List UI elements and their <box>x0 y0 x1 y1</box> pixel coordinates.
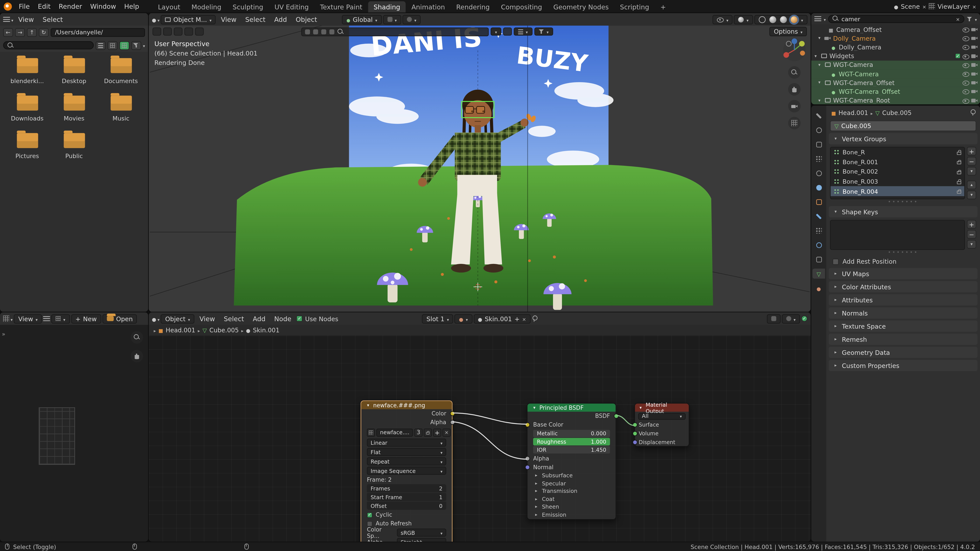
add-shape-key-button[interactable] <box>967 220 976 229</box>
editor-type-caret-icon[interactable] <box>158 314 159 323</box>
folder-item[interactable]: Desktop <box>51 58 97 84</box>
tool-move-button[interactable] <box>174 27 183 36</box>
panel-sheen[interactable]: ▸Sheen <box>527 503 616 511</box>
shape-key-specials-button[interactable] <box>967 240 976 249</box>
shading-caret-icon[interactable] <box>801 16 803 23</box>
unlink-material-icon[interactable] <box>522 315 526 322</box>
socket-surface-input[interactable] <box>632 422 637 427</box>
editor-type-icon[interactable] <box>3 17 10 22</box>
shading-solid-button[interactable] <box>769 16 776 23</box>
lock-icon[interactable] <box>957 171 961 174</box>
disable-render-icon[interactable] <box>971 44 978 50</box>
vertex-group-item[interactable]: Bone_R.003 <box>830 177 964 186</box>
shader-select-menu[interactable]: Select <box>220 315 248 322</box>
display-thumb-button[interactable] <box>107 41 118 50</box>
lock-icon[interactable] <box>957 181 961 184</box>
hide-icon[interactable] <box>963 26 969 33</box>
shading-material-button[interactable] <box>780 16 787 23</box>
file-browser-select-menu[interactable]: Select <box>39 16 67 23</box>
socket-normal-input[interactable] <box>525 465 530 470</box>
fake-user-button[interactable] <box>424 428 432 437</box>
properties-tab-physics[interactable] <box>813 240 825 250</box>
shader-view-menu[interactable]: View <box>196 315 219 322</box>
hide-icon[interactable] <box>963 35 969 41</box>
add-workspace-button[interactable]: + <box>655 1 671 13</box>
start-frame-field[interactable]: Start Frame1 <box>367 493 446 501</box>
node-principled-bsdf[interactable]: ▾Principled BSDF BSDF Base Color Metalli… <box>527 403 616 520</box>
properties-tab-object-data[interactable] <box>813 269 825 279</box>
folder-item[interactable]: Movies <box>51 95 97 122</box>
auto-refresh-checkbox[interactable] <box>367 521 372 526</box>
file-browser-view-menu[interactable]: View <box>14 16 37 23</box>
folder-item[interactable]: Downloads <box>4 95 51 122</box>
outliner-row[interactable]: Dolly_Camera <box>811 43 980 52</box>
hide-icon[interactable] <box>963 53 969 59</box>
section-color-attributes[interactable]: ▸Color Attributes <box>829 281 978 292</box>
fake-user-icon[interactable] <box>514 315 520 322</box>
filter-caret-icon[interactable] <box>975 15 977 23</box>
menu-file[interactable]: File <box>15 2 34 10</box>
section-geometry-data[interactable]: ▸Geometry Data <box>829 347 978 358</box>
section-normals[interactable]: ▸Normals <box>829 307 978 319</box>
breadcrumb-data[interactable]: Cube.005 <box>882 109 912 116</box>
output-target-dropdown[interactable]: All <box>638 413 686 419</box>
outliner-row[interactable]: ▾WGT-Camera_Root <box>811 96 980 105</box>
disable-render-icon[interactable] <box>971 80 978 86</box>
editor-type-caret-icon[interactable] <box>158 15 159 24</box>
tab-scripting[interactable]: Scripting <box>614 1 655 13</box>
ior-slider[interactable]: IOR1.450 <box>533 446 610 454</box>
image-editor-view-menu[interactable]: View <box>14 314 42 323</box>
tab-texture-paint[interactable]: Texture Paint <box>314 1 368 13</box>
hide-icon[interactable] <box>963 97 969 104</box>
offset-field[interactable]: Offset0 <box>367 502 446 510</box>
node-material-output[interactable]: ▾Material Output All Surface Volume Disp… <box>634 403 689 447</box>
tab-geometry-nodes[interactable]: Geometry Nodes <box>548 1 614 13</box>
source-dropdown[interactable]: Image Sequence <box>367 467 446 475</box>
collapse-breadcrumb-icon[interactable] <box>154 327 156 333</box>
viewport-view-menu[interactable]: View <box>217 16 240 23</box>
properties-tab-modifiers[interactable] <box>813 211 825 221</box>
orientation-gizmo[interactable] <box>783 38 806 62</box>
properties-tab-world[interactable] <box>813 183 825 192</box>
metallic-slider[interactable]: Metallic0.000 <box>533 430 610 437</box>
image-users-button[interactable]: 3 <box>414 428 422 437</box>
parent-dir-button[interactable]: ↑ <box>27 28 37 37</box>
folder-item[interactable]: Music <box>97 95 144 122</box>
tab-shading[interactable]: Shading <box>368 1 406 13</box>
hide-icon[interactable] <box>963 79 969 86</box>
viewlayer-name[interactable]: ViewLayer <box>937 3 970 10</box>
extension-dropdown[interactable]: Repeat <box>367 457 446 465</box>
outliner-search-input[interactable]: camer <box>828 15 964 23</box>
outliner-row[interactable]: ▾Dolly_Camera <box>811 34 980 43</box>
socket-volume-input[interactable] <box>632 431 637 436</box>
crumb-material[interactable]: Skin.001 <box>253 327 280 333</box>
display-mode-active-button[interactable] <box>119 41 129 50</box>
list-resize-grip[interactable]: ∙∙∙∙∙∙∙ <box>826 250 980 255</box>
section-vertex-groups[interactable]: ▾Vertex Groups <box>829 133 978 144</box>
panel-specular[interactable]: ▸Specular <box>527 480 616 487</box>
transform-orientation-dropdown[interactable]: Global <box>342 15 382 24</box>
vertex-group-item-selected[interactable]: Bone_R.004 <box>830 186 964 196</box>
properties-tab-render[interactable] <box>813 125 825 135</box>
properties-tab-output[interactable] <box>813 139 825 149</box>
disable-render-icon[interactable] <box>971 62 978 68</box>
outliner-row[interactable]: WGT-Camera_Offset <box>811 87 980 96</box>
add-vertex-group-button[interactable] <box>967 147 976 156</box>
properties-tab-view-layer[interactable] <box>813 154 825 164</box>
image-select-dropdown[interactable] <box>51 314 70 323</box>
outliner-row-collection[interactable]: ▾Widgets <box>811 52 980 60</box>
tab-layout[interactable]: Layout <box>152 1 186 13</box>
scene-unlink-icon[interactable] <box>923 3 926 10</box>
filter-dropdown[interactable] <box>534 27 553 36</box>
node-image-texture[interactable]: ▾newface.###.png Color Alpha newface....… <box>361 400 453 541</box>
panel-transmission[interactable]: ▸Transmission <box>527 487 616 495</box>
visibility-dropdown[interactable] <box>713 15 733 24</box>
tool-rotate-button[interactable] <box>185 27 193 36</box>
shading-wireframe-button[interactable] <box>759 16 765 23</box>
pan-tool-button[interactable] <box>788 83 800 95</box>
colorspace-dropdown[interactable]: sRGB <box>397 529 446 537</box>
list-resize-grip[interactable]: ∙∙∙∙∙∙∙ <box>826 199 980 204</box>
forward-button[interactable]: → <box>15 28 25 37</box>
interpolation-dropdown[interactable]: Linear <box>367 438 446 447</box>
unlink-image-button[interactable] <box>442 428 450 437</box>
